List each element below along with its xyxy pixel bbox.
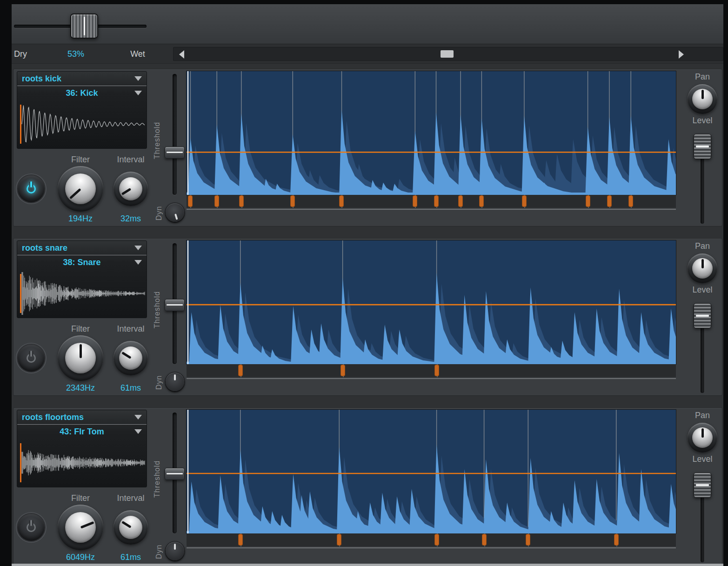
level-fader-handle[interactable]	[694, 473, 711, 498]
pan-knob[interactable]	[688, 84, 717, 114]
threshold-handle[interactable]	[165, 299, 185, 311]
trigger-marker	[434, 365, 439, 376]
interval-knob[interactable]	[114, 510, 148, 545]
filter-knob[interactable]	[58, 166, 103, 212]
filter-value: 194Hz	[53, 214, 108, 224]
trigger-marker	[526, 534, 530, 546]
sample-label: 38: Snare	[63, 258, 100, 267]
dropdown-arrow-icon[interactable]	[134, 246, 142, 250]
trigger-marker	[614, 534, 619, 546]
wet-label: Wet	[126, 44, 149, 64]
power-icon	[27, 184, 36, 193]
threshold-label: Threshold	[153, 262, 165, 357]
dyn-knob[interactable]	[166, 373, 184, 391]
filter-label: Filter	[58, 324, 103, 334]
trigger-marker	[607, 195, 612, 207]
pan-label: Pan	[679, 72, 723, 82]
power-button[interactable]	[18, 175, 45, 202]
baseline-rule	[187, 378, 676, 379]
status-bar: Dry 53% Wet	[12, 44, 723, 64]
dyn-knob[interactable]	[166, 203, 184, 222]
pan-label: Pan	[679, 411, 723, 420]
interval-value: 61ms	[112, 383, 150, 393]
dyn-knob[interactable]	[166, 542, 184, 560]
filter-knob[interactable]	[58, 335, 103, 381]
preset-dropdown[interactable]: roots snare	[17, 241, 147, 255]
trigger-marker	[238, 365, 243, 376]
power-button[interactable]	[18, 514, 45, 541]
threshold-slider[interactable]	[173, 243, 177, 364]
trigger-marker	[339, 195, 344, 207]
channel-strip-3: roots floortoms 43: Flr Tom Filter Inter…	[13, 407, 722, 564]
trigger-marker	[214, 195, 219, 207]
threshold-slider[interactable]	[173, 413, 177, 533]
power-icon	[27, 523, 36, 532]
preset-label: roots floortoms	[22, 413, 84, 422]
dropdown-arrow-icon[interactable]	[134, 415, 142, 420]
dyn-label: Dyn	[155, 541, 165, 562]
sample-label: 36: Kick	[66, 88, 98, 98]
plugin-panel: Dry 53% Wet roots kick 36: Kick Filter I…	[12, 4, 723, 564]
horizontal-scrollbar[interactable]	[173, 47, 723, 61]
waveform-plot	[187, 240, 676, 364]
sample-screen: roots floortoms 43: Flr Tom	[17, 410, 147, 487]
filter-value: 2343Hz	[53, 383, 108, 393]
pan-knob[interactable]	[688, 253, 717, 283]
window-resize-bar[interactable]	[12, 564, 723, 566]
dropdown-arrow-icon[interactable]	[134, 76, 142, 81]
waveform-thumbnail	[18, 101, 146, 147]
trigger-strip	[187, 195, 676, 208]
threshold-handle[interactable]	[165, 468, 185, 480]
filter-knob[interactable]	[58, 505, 103, 550]
sample-dropdown[interactable]: 43: Flr Tom	[17, 425, 147, 439]
level-label: Level	[679, 285, 723, 295]
dropdown-arrow-icon[interactable]	[134, 91, 142, 95]
trigger-marker	[586, 195, 590, 207]
scroll-left-icon[interactable]	[179, 50, 184, 59]
mix-section	[12, 4, 723, 44]
preset-dropdown[interactable]: roots kick	[17, 72, 147, 86]
dry-wet-slider-handle[interactable]	[70, 13, 98, 39]
dry-wet-slider[interactable]	[14, 25, 147, 28]
waveform-display	[187, 240, 676, 381]
sample-screen: roots kick 36: Kick	[17, 71, 147, 149]
pan-knob[interactable]	[688, 423, 717, 453]
scroll-right-icon[interactable]	[679, 50, 684, 59]
trigger-marker	[238, 534, 243, 546]
waveform-display	[187, 410, 676, 550]
dropdown-arrow-icon[interactable]	[134, 429, 142, 434]
dyn-label: Dyn	[155, 372, 165, 393]
trigger-strip	[187, 533, 676, 546]
pan-label: Pan	[679, 241, 723, 251]
trigger-marker	[479, 195, 484, 207]
sample-dropdown[interactable]: 36: Kick	[17, 86, 147, 100]
sample-label: 43: Flr Tom	[60, 427, 104, 437]
dropdown-arrow-icon[interactable]	[134, 260, 142, 265]
scroll-handle[interactable]	[441, 50, 454, 58]
power-button[interactable]	[18, 345, 45, 372]
waveform-plot	[187, 410, 676, 533]
threshold-label: Threshold	[153, 431, 165, 526]
waveform-thumbnail	[18, 439, 146, 486]
sample-screen: roots snare 38: Snare	[17, 240, 147, 318]
interval-knob[interactable]	[114, 341, 148, 375]
interval-label: Interval	[110, 493, 152, 503]
trigger-marker	[458, 195, 463, 207]
power-icon	[27, 353, 36, 363]
threshold-handle[interactable]	[165, 146, 185, 159]
trigger-strip	[187, 364, 676, 377]
level-fader-handle[interactable]	[694, 303, 711, 328]
channel-strip-2: roots snare 38: Snare Filter Interval 23…	[13, 238, 722, 396]
trigger-marker	[413, 195, 417, 207]
preset-dropdown[interactable]: roots floortoms	[17, 410, 147, 425]
threshold-slider[interactable]	[173, 74, 177, 195]
trigger-marker	[188, 195, 193, 207]
channel-strip-1: roots kick 36: Kick Filter Interval 194H…	[13, 69, 722, 226]
dyn-label: Dyn	[155, 202, 165, 224]
trigger-marker	[337, 534, 341, 546]
trigger-marker	[522, 195, 527, 207]
trigger-marker	[434, 534, 439, 546]
interval-knob[interactable]	[114, 172, 148, 206]
level-fader-handle[interactable]	[694, 134, 711, 159]
sample-dropdown[interactable]: 38: Snare	[17, 255, 147, 269]
